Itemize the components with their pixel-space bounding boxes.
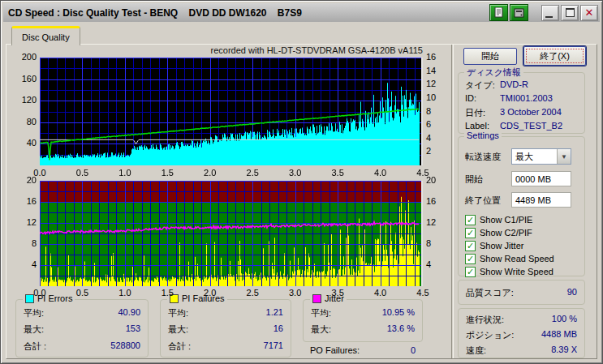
toolbar-report-button[interactable] — [489, 4, 508, 21]
minimize-icon — [545, 16, 553, 18]
axis-tick-label: 0.5 — [72, 168, 92, 178]
axis-tick-label: 8 — [426, 238, 450, 248]
speed-row: 速度:8.39 X — [459, 345, 584, 357]
axis-tick-label: 160 — [6, 74, 37, 84]
axis-tick-label: 6 — [426, 119, 450, 129]
start-button[interactable]: 開始 — [463, 48, 517, 65]
axis-tick-label: 3.5 — [328, 168, 347, 178]
chevron-down-icon[interactable]: ▼ — [557, 149, 571, 164]
drive-icon — [514, 8, 524, 18]
disc-label-row: Label:CDS_TEST_B2 — [459, 121, 584, 131]
check-icon: ✓ — [465, 215, 476, 225]
axis-tick-label: 3.0 — [286, 168, 305, 178]
axis-tick-label: 8 — [426, 106, 450, 116]
axis-tick-label: 2.0 — [200, 288, 220, 298]
window-title: CD Speed : Disc Quality Test - BENQ DVD … — [8, 7, 488, 19]
axis-tick-label: 120 — [6, 95, 37, 105]
position-row: ポジション:4488 MB — [459, 329, 584, 341]
panel-divider — [451, 45, 454, 358]
close-icon: ✕ — [585, 7, 594, 18]
axis-tick-label: 12 — [426, 79, 450, 88]
quality-score-box: 品質スコア:90 — [458, 280, 585, 305]
axis-tick-label: 200 — [6, 52, 37, 62]
maximize-icon — [566, 8, 575, 17]
pi-errors-speed-chart — [40, 58, 423, 165]
po-failures-row: PO Failures:0 — [303, 345, 423, 355]
toolbar-drive-button[interactable] — [510, 4, 528, 21]
show-c2-pif-checkbox[interactable]: ✓Show C2/PIF — [465, 227, 532, 238]
axis-tick-label: 4.0 — [371, 288, 390, 298]
axis-tick-label: 2.5 — [243, 168, 262, 178]
pi-errors-total-row: 合計 :528800 — [16, 340, 148, 353]
axis-tick-label: 1.5 — [157, 168, 177, 178]
pi-errors-legend-box: PI Errors 平均:40.90 最大:153 合計 :528800 — [15, 299, 149, 358]
pi-errors-max-row: 最大:153 — [16, 323, 148, 336]
close-button[interactable]: ✕ — [580, 5, 598, 21]
pi-failures-average-row: 平均:1.21 — [161, 307, 291, 319]
axis-tick-label: 4.5 — [413, 288, 433, 298]
axis-tick-label: 14 — [426, 66, 450, 75]
disc-info-title: ディスク情報 — [464, 66, 523, 79]
check-icon: ✓ — [465, 254, 476, 264]
transfer-speed-label: 転送速度 — [465, 151, 501, 163]
axis-tick-label: 4 — [426, 133, 450, 143]
tab-page: recorded with HL-DT-STDVDRAM GSA-4120B v… — [6, 44, 597, 359]
axis-tick-label: 10 — [426, 92, 450, 102]
show-read-speed-checkbox[interactable]: ✓Show Read Speed — [465, 253, 554, 264]
check-icon: ✓ — [465, 267, 476, 277]
axis-tick-label: 4 — [426, 259, 450, 269]
axis-tick-label: 12 — [6, 217, 37, 227]
minimize-button[interactable] — [541, 5, 559, 21]
axis-tick-label: 4 — [6, 259, 37, 269]
axis-tick-label: 0.0 — [30, 288, 50, 298]
axis-tick-label: 3.0 — [286, 288, 305, 298]
pi-failures-jitter-chart — [40, 181, 423, 286]
title-bar[interactable]: CD Speed : Disc Quality Test - BENQ DVD … — [3, 3, 600, 22]
axis-tick-label: 1.0 — [115, 288, 135, 298]
settings-group: Settings 転送速度 最大 ▼ 開始 0000 MB 終了位置 4489 … — [458, 136, 585, 276]
axis-tick-label: 0.5 — [72, 288, 92, 298]
axis-tick-label: 12 — [426, 217, 450, 227]
jitter-max-row: 最大:13.6 % — [304, 323, 422, 336]
disc-date-row: 日付:3 October 2004 — [459, 107, 584, 119]
pi-failures-legend-box: PI Failures 平均:1.21 最大:16 合計 :7171 — [160, 299, 291, 358]
axis-tick-label: 20 — [426, 175, 450, 185]
check-icon: ✓ — [465, 241, 476, 251]
settings-title: Settings — [464, 131, 502, 140]
recorded-with-label: recorded with HL-DT-STDVDRAM GSA-4120B v… — [40, 45, 423, 55]
disc-id-row: ID:TMI001.2003 — [459, 93, 584, 103]
start-position-input[interactable]: 0000 MB — [511, 171, 571, 186]
quality-score-row: 品質スコア:90 — [459, 287, 584, 299]
axis-tick-label: 20 — [6, 175, 37, 185]
axis-tick-label: 3.5 — [328, 288, 347, 298]
app-window: CD Speed : Disc Quality Test - BENQ DVD … — [0, 0, 603, 364]
show-jitter-checkbox[interactable]: ✓Show Jitter — [465, 240, 523, 251]
maximize-button[interactable] — [561, 5, 579, 21]
transfer-speed-value: 最大 — [512, 151, 557, 163]
axis-tick-label: 1.5 — [157, 288, 177, 298]
transfer-speed-select[interactable]: 最大 ▼ — [511, 148, 571, 165]
tab-disc-quality[interactable]: Disc Quality — [11, 26, 80, 45]
show-write-speed-checkbox[interactable]: ✓Show Write Speed — [465, 266, 553, 277]
axis-tick-label: 1.0 — [115, 168, 135, 178]
end-position-label: 終了位置 — [465, 195, 501, 207]
progress-row: 進行状況:100 % — [459, 314, 584, 326]
disc-type-row: タイプ:DVD-R — [459, 79, 584, 92]
axis-tick-label: 80 — [6, 117, 37, 126]
exit-button[interactable]: 終了(X) — [523, 46, 586, 66]
axis-tick-label: 40 — [6, 138, 37, 148]
disc-info-group: ディスク情報 タイプ:DVD-R ID:TMI001.2003 日付:3 Oct… — [458, 72, 585, 134]
start-position-label: 開始 — [465, 173, 483, 186]
axis-tick-label: 16 — [426, 52, 450, 62]
end-position-input[interactable]: 4489 MB — [511, 192, 571, 208]
tab-label: Disc Quality — [22, 32, 70, 42]
jitter-average-row: 平均:10.95 % — [304, 307, 422, 319]
check-icon: ✓ — [465, 228, 476, 238]
jitter-legend-box: Jitter 平均:10.95 % 最大:13.6 % — [303, 299, 423, 342]
axis-tick-label: 2.5 — [243, 288, 262, 298]
axis-tick-label: 4.0 — [371, 168, 390, 178]
axis-tick-label: 16 — [426, 196, 450, 206]
progress-box: 進行状況:100 % ポジション:4488 MB 速度:8.39 X — [458, 308, 585, 358]
axis-tick-label: 2 — [426, 146, 450, 156]
show-c1-pie-checkbox[interactable]: ✓Show C1/PIE — [465, 214, 532, 225]
